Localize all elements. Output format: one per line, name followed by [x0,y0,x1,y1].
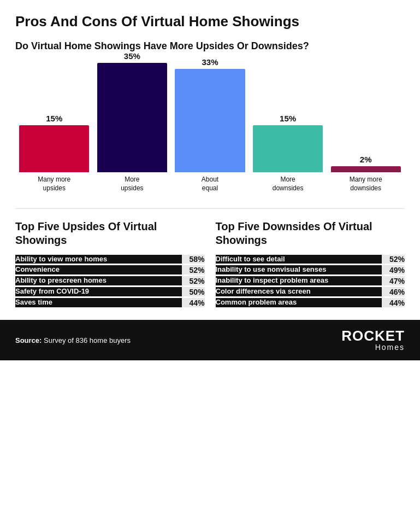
upsides-title: Top Five Upsides Of Virtual Showings [15,220,205,247]
bar-rect [175,69,245,172]
table-row: Difficult to see detail 52% [216,255,405,265]
rocket-word: ROCKET [341,328,405,344]
bar-pct: 2% [360,155,372,164]
cell-value: 46% [382,287,405,297]
bar-group: 2%Many more downsides [331,155,401,192]
cell-value: 52% [382,255,405,265]
bar-pct: 33% [202,57,218,67]
rocket-logo: ROCKET Homes [341,329,405,352]
cell-label: Ability to view more homes [15,255,182,265]
downsides-table: Difficult to see detail 52% Inability to… [216,255,405,309]
cell-value: 50% [182,287,205,297]
source-label: Source: [15,336,42,344]
bar-pct: 15% [280,114,296,123]
table-row: Common problem areas 44% [216,297,405,308]
downsides-col: Top Five Downsides Of Virtual Showings D… [216,220,405,309]
table-row: Ability to prescreen homes 52% [15,276,205,287]
section-divider [15,208,405,209]
cell-value: 47% [382,276,405,287]
bar-group: 15%More downsides [253,114,323,192]
upsides-table: Ability to view more homes 58% Convenien… [15,255,205,309]
table-row: Inability to use nonvisual senses 49% [216,265,405,276]
table-row: Safety from COVID-19 50% [15,287,205,297]
cell-label: Difficult to see detail [216,255,382,265]
bar-label: Many more downsides [350,176,382,192]
chart-section: Do Virtual Home Showings Have More Upsid… [15,40,405,192]
rocket-brand: ROCKET [341,329,405,343]
bar-rect [97,63,167,172]
footer-source: Source: Survey of 836 home buyers [15,336,131,344]
bar-rect [19,125,89,172]
bar-label: About equal [202,176,218,192]
cell-label: Safety from COVID-19 [15,287,182,297]
cell-value: 44% [182,297,205,308]
page-title: Pros And Cons Of Virtual Home Showings [15,13,405,30]
bar-label: More upsides [121,176,143,192]
homes-word: Homes [375,343,405,352]
bar-rect [253,125,323,172]
bar-group: 15%Many more upsides [19,114,89,192]
bar-label: More downsides [273,176,304,192]
downsides-title: Top Five Downsides Of Virtual Showings [216,220,405,247]
cell-value: 49% [382,265,405,276]
bar-chart: 15%Many more upsides35%More upsides33%Ab… [15,62,405,193]
table-row: Convenience 52% [15,265,205,276]
bar-pct: 35% [124,51,140,61]
cell-label: Saves time [15,297,182,308]
cell-label: Common problem areas [216,297,382,308]
bar-group: 33%About equal [175,57,245,192]
cell-value: 44% [382,297,405,308]
table-row: Inability to inspect problem areas 47% [216,276,405,287]
table-row: Saves time 44% [15,297,205,308]
main-container: Pros And Cons Of Virtual Home Showings D… [0,0,420,309]
chart-title: Do Virtual Home Showings Have More Upsid… [15,40,405,52]
bar-pct: 15% [46,114,62,123]
cell-value: 52% [182,265,205,276]
bar-group: 35%More upsides [97,51,167,192]
upsides-col: Top Five Upsides Of Virtual Showings Abi… [15,220,205,309]
cell-value: 58% [182,255,205,265]
footer: Source: Survey of 836 home buyers ROCKET… [0,320,420,360]
cell-label: Color differences via screen [216,287,382,297]
cell-label: Ability to prescreen homes [15,276,182,287]
source-text: Survey of 836 home buyers [44,336,131,344]
table-row: Ability to view more homes 58% [15,255,205,265]
bar-label: Many more upsides [38,176,70,192]
cell-label: Convenience [15,265,182,276]
cell-value: 52% [182,276,205,287]
table-row: Color differences via screen 46% [216,287,405,297]
cell-label: Inability to use nonvisual senses [216,265,382,276]
bar-rect [331,166,401,172]
tables-row: Top Five Upsides Of Virtual Showings Abi… [15,220,405,309]
cell-label: Inability to inspect problem areas [216,276,382,287]
